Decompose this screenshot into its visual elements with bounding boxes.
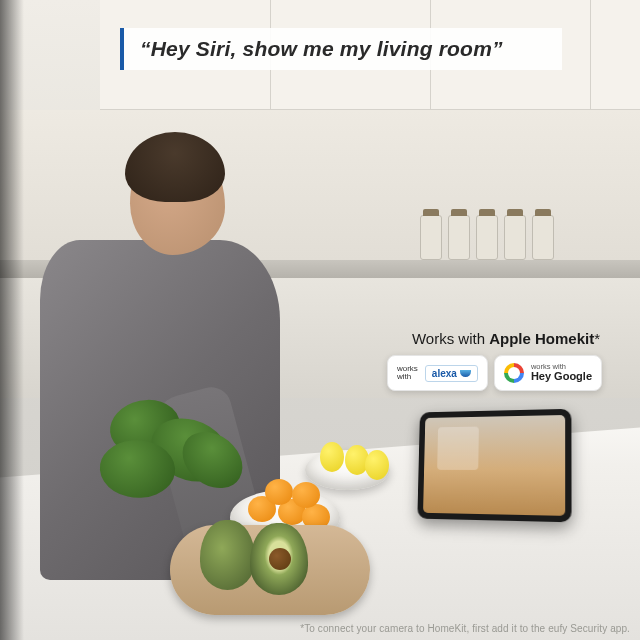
voice-command-banner: “Hey Siri, show me my living room”: [120, 28, 562, 70]
lemon: [320, 442, 344, 472]
tablet-screen: [423, 415, 565, 516]
jar: [448, 215, 470, 260]
avocado: [200, 520, 255, 590]
works-with-block: Works with Apple Homekit* works with ale…: [362, 330, 602, 391]
works-with-suffix: *: [594, 330, 600, 347]
google-badge: works with Hey Google: [494, 355, 602, 391]
lemon: [365, 450, 389, 480]
alexa-badge: works with alexa: [387, 355, 488, 391]
jar: [420, 215, 442, 260]
leafy-greens: [90, 390, 260, 510]
works-with-bold: Apple Homekit: [489, 330, 594, 347]
works-with-title: Works with Apple Homekit*: [362, 330, 602, 347]
alexa-line2: with: [397, 373, 418, 381]
page-gutter: [0, 0, 24, 640]
assistant-badges: works with alexa works with Hey Google: [362, 355, 602, 391]
jar: [532, 215, 554, 260]
google-assistant-icon: [504, 363, 524, 383]
works-with-prefix: Works with: [412, 330, 489, 347]
voice-command-text: “Hey Siri, show me my living room”: [140, 37, 503, 61]
alexa-logo: alexa: [425, 365, 478, 382]
google-line2: Hey Google: [531, 371, 592, 383]
jar: [476, 215, 498, 260]
homekit-footnote: *To connect your camera to HomeKit, firs…: [300, 623, 630, 634]
avocado-half: [250, 523, 308, 595]
jar: [504, 215, 526, 260]
promo-scene: “Hey Siri, show me my living room” Works…: [0, 0, 640, 640]
orange: [292, 482, 320, 508]
tablet-device: [417, 409, 571, 523]
alexa-works-with-label: works with: [397, 365, 418, 381]
orange: [265, 479, 293, 505]
